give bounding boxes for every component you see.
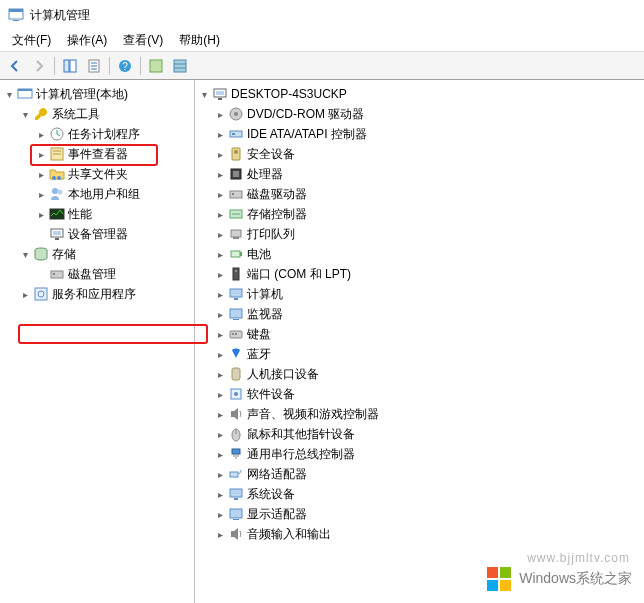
forward-button[interactable] xyxy=(28,55,50,77)
device-category-row[interactable]: ▸计算机 xyxy=(195,284,644,304)
collapse-icon[interactable]: ▾ xyxy=(2,87,16,101)
tree-device-manager[interactable]: ▸ 设备管理器 xyxy=(0,224,194,244)
expand-icon[interactable]: ▸ xyxy=(213,387,227,401)
device-category-row[interactable]: ▸显示适配器 xyxy=(195,504,644,524)
tree-label: IDE ATA/ATAPI 控制器 xyxy=(247,126,367,143)
device-category-icon xyxy=(228,206,244,222)
menu-file[interactable]: 文件(F) xyxy=(4,30,59,51)
device-category-row[interactable]: ▸磁盘驱动器 xyxy=(195,184,644,204)
expand-icon[interactable]: ▸ xyxy=(18,287,32,301)
device-category-row[interactable]: ▸IDE ATA/ATAPI 控制器 xyxy=(195,124,644,144)
device-category-row[interactable]: ▸处理器 xyxy=(195,164,644,184)
device-category-row[interactable]: ▸电池 xyxy=(195,244,644,264)
menu-help[interactable]: 帮助(H) xyxy=(171,30,228,51)
expand-icon[interactable]: ▸ xyxy=(213,207,227,221)
device-category-row[interactable]: ▸DVD/CD-ROM 驱动器 xyxy=(195,104,644,124)
tree-disk-management[interactable]: ▸ 磁盘管理 xyxy=(0,264,194,284)
expand-icon[interactable]: ▸ xyxy=(213,287,227,301)
tree-system-tools[interactable]: ▾ 系统工具 xyxy=(0,104,194,124)
expand-icon[interactable]: ▸ xyxy=(213,467,227,481)
expand-icon[interactable]: ▸ xyxy=(213,107,227,121)
view-large-button[interactable] xyxy=(145,55,167,77)
device-category-icon xyxy=(228,466,244,482)
tree-services-apps[interactable]: ▸ 服务和应用程序 xyxy=(0,284,194,304)
expand-icon[interactable]: ▸ xyxy=(213,347,227,361)
device-category-row[interactable]: ▸音频输入和输出 xyxy=(195,524,644,544)
title-bar: 计算机管理 xyxy=(0,0,644,30)
back-button[interactable] xyxy=(4,55,26,77)
expand-icon[interactable]: ▸ xyxy=(213,367,227,381)
tree-label: 端口 (COM 和 LPT) xyxy=(247,266,351,283)
collapse-icon[interactable]: ▾ xyxy=(18,107,32,121)
help-button[interactable]: ? xyxy=(114,55,136,77)
device-category-row[interactable]: ▸蓝牙 xyxy=(195,344,644,364)
device-category-row[interactable]: ▸软件设备 xyxy=(195,384,644,404)
tree-shared-folders[interactable]: ▸ 共享文件夹 xyxy=(0,164,194,184)
expand-icon[interactable]: ▸ xyxy=(34,127,48,141)
properties-button[interactable] xyxy=(83,55,105,77)
expand-icon[interactable]: ▸ xyxy=(213,187,227,201)
tree-performance[interactable]: ▸ 性能 xyxy=(0,204,194,224)
device-category-row[interactable]: ▸监视器 xyxy=(195,304,644,324)
svg-rect-12 xyxy=(174,60,186,72)
menu-view[interactable]: 查看(V) xyxy=(115,30,171,51)
svg-point-31 xyxy=(53,273,55,275)
expand-icon[interactable]: ▸ xyxy=(213,447,227,461)
expand-icon[interactable]: ▸ xyxy=(213,167,227,181)
device-category-row[interactable]: ▸系统设备 xyxy=(195,484,644,504)
device-category-row[interactable]: ▸通用串行总线控制器 xyxy=(195,444,644,464)
expand-icon[interactable]: ▸ xyxy=(34,147,48,161)
tree-storage[interactable]: ▾ 存储 xyxy=(0,244,194,264)
device-category-row[interactable]: ▸存储控制器 xyxy=(195,204,644,224)
svg-rect-69 xyxy=(234,498,238,500)
device-tree-root[interactable]: ▾ DESKTOP-4S3UCKP xyxy=(195,84,644,104)
expand-icon[interactable]: ▸ xyxy=(213,507,227,521)
tree-root-computer-management[interactable]: ▾ 计算机管理(本地) xyxy=(0,84,194,104)
expand-icon[interactable]: ▸ xyxy=(213,227,227,241)
device-category-icon xyxy=(228,126,244,142)
device-category-row[interactable]: ▸鼠标和其他指针设备 xyxy=(195,424,644,444)
expand-icon[interactable]: ▸ xyxy=(213,327,227,341)
device-category-icon xyxy=(228,326,244,342)
tree-task-scheduler[interactable]: ▸ 任务计划程序 xyxy=(0,124,194,144)
expand-icon[interactable]: ▸ xyxy=(213,127,227,141)
device-category-row[interactable]: ▸打印队列 xyxy=(195,224,644,244)
expand-icon[interactable]: ▸ xyxy=(213,427,227,441)
expand-icon[interactable]: ▸ xyxy=(213,487,227,501)
tree-event-viewer[interactable]: ▸ 事件查看器 xyxy=(0,144,194,164)
tree-label: 系统设备 xyxy=(247,486,295,503)
view-detail-button[interactable] xyxy=(169,55,191,77)
collapse-icon[interactable]: ▾ xyxy=(18,247,32,261)
collapse-icon[interactable]: ▾ xyxy=(197,87,211,101)
expand-icon[interactable]: ▸ xyxy=(213,407,227,421)
svg-point-46 xyxy=(232,193,234,195)
tree-label: 人机接口设备 xyxy=(247,366,319,383)
expand-icon[interactable]: ▸ xyxy=(213,147,227,161)
left-tree-pane[interactable]: ▾ 计算机管理(本地) ▾ 系统工具 ▸ 任务计划程序 ▸ 事件查看器 ▸ 共享… xyxy=(0,80,195,603)
menu-bar: 文件(F) 操作(A) 查看(V) 帮助(H) xyxy=(0,30,644,52)
expand-icon[interactable]: ▸ xyxy=(34,207,48,221)
device-category-row[interactable]: ▸安全设备 xyxy=(195,144,644,164)
svg-rect-44 xyxy=(233,171,239,177)
expand-icon[interactable]: ▸ xyxy=(34,167,48,181)
tree-label: 打印队列 xyxy=(247,226,295,243)
device-category-row[interactable]: ▸端口 (COM 和 LPT) xyxy=(195,264,644,284)
expand-icon[interactable]: ▸ xyxy=(213,527,227,541)
expand-icon[interactable]: ▸ xyxy=(213,267,227,281)
computer-icon xyxy=(212,86,228,102)
svg-rect-3 xyxy=(64,60,69,72)
app-icon xyxy=(8,7,24,23)
device-category-icon xyxy=(228,186,244,202)
device-category-row[interactable]: ▸声音、视频和游戏控制器 xyxy=(195,404,644,424)
show-hide-tree-button[interactable] xyxy=(59,55,81,77)
expand-icon[interactable]: ▸ xyxy=(213,307,227,321)
tree-local-users[interactable]: ▸ 本地用户和组 xyxy=(0,184,194,204)
device-category-row[interactable]: ▸键盘 xyxy=(195,324,644,344)
expand-icon[interactable]: ▸ xyxy=(213,247,227,261)
event-log-icon xyxy=(49,146,65,162)
device-category-row[interactable]: ▸人机接口设备 xyxy=(195,364,644,384)
expand-icon[interactable]: ▸ xyxy=(34,187,48,201)
device-category-row[interactable]: ▸网络适配器 xyxy=(195,464,644,484)
right-tree-pane[interactable]: ▾ DESKTOP-4S3UCKP ▸DVD/CD-ROM 驱动器▸IDE AT… xyxy=(195,80,644,603)
menu-action[interactable]: 操作(A) xyxy=(59,30,115,51)
